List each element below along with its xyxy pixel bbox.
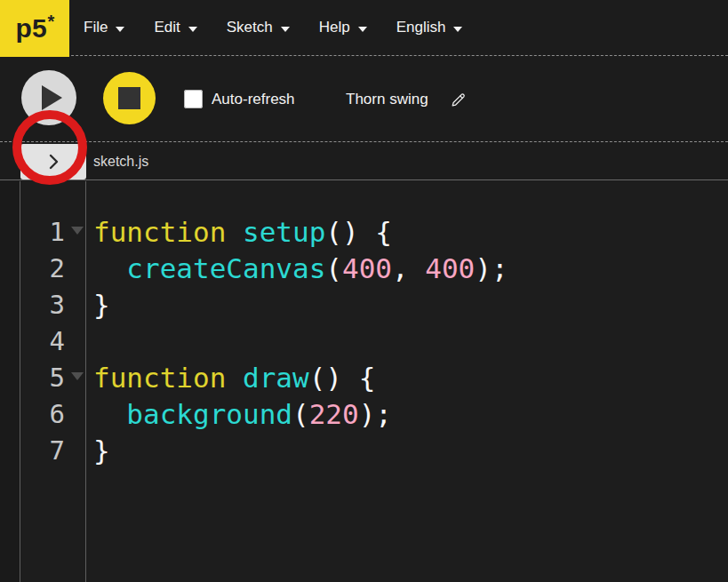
menu-file-label: File (84, 19, 108, 36)
stop-icon (118, 87, 140, 109)
gutter-cell: 3 (0, 287, 86, 323)
auto-refresh-label: Auto-refresh (212, 91, 295, 108)
code-text[interactable] (86, 323, 93, 360)
code-line[interactable]: 7} (0, 433, 728, 469)
rename-project-button[interactable] (449, 92, 467, 109)
line-number: 3 (0, 287, 86, 323)
menubar: File Edit Sketch Help English (69, 0, 492, 55)
menu-edit[interactable]: Edit (154, 19, 196, 36)
p5-logo-text: p5 (16, 13, 47, 44)
tab-bar: sketch.js (0, 143, 728, 180)
code-text[interactable]: function setup() { (86, 214, 392, 251)
chevron-right-icon (43, 151, 64, 172)
chevron-down-icon (116, 27, 124, 32)
fold-arrow-icon[interactable] (71, 372, 84, 380)
fold-arrow-icon[interactable] (71, 227, 84, 235)
tab-sketch-js[interactable]: sketch.js (93, 143, 148, 179)
gutter-cell: 1 (0, 214, 86, 251)
edit-pencil-icon (450, 92, 467, 108)
gutter-cell: 7 (0, 433, 86, 469)
code-line[interactable]: 2 createCanvas(400, 400); (0, 251, 728, 287)
play-button[interactable] (21, 70, 76, 125)
menu-help[interactable]: Help (319, 19, 367, 36)
code-line[interactable]: 1function setup() { (0, 214, 728, 251)
menu-language[interactable]: English (396, 19, 463, 36)
code-text[interactable]: createCanvas(400, 400); (86, 251, 508, 287)
menu-sketch-label: Sketch (227, 19, 273, 36)
code-text[interactable]: } (86, 433, 110, 469)
menu-language-label: English (396, 19, 446, 36)
chevron-down-icon (453, 27, 462, 32)
line-number: 7 (0, 433, 86, 469)
code-lines: 1function setup() {2 createCanvas(400, 4… (0, 214, 728, 469)
gutter-cell: 6 (0, 396, 86, 433)
line-number: 2 (0, 251, 86, 287)
menu-sketch[interactable]: Sketch (227, 19, 290, 36)
unsaved-asterisk: * (48, 12, 55, 32)
menu-edit-label: Edit (154, 19, 180, 36)
menu-file[interactable]: File (84, 19, 124, 36)
code-line[interactable]: 6 background(220); (0, 396, 728, 433)
chevron-down-icon (358, 27, 367, 32)
gutter-cell: 5 (0, 360, 86, 396)
code-text[interactable]: function draw() { (86, 360, 375, 396)
code-editor[interactable]: 1function setup() {2 createCanvas(400, 4… (0, 181, 728, 582)
line-number: 6 (0, 396, 86, 433)
tab-file-name: sketch.js (93, 154, 148, 170)
p5-logo[interactable]: p5* (0, 0, 69, 57)
code-line[interactable]: 3} (0, 287, 728, 323)
gutter-cell: 4 (0, 323, 86, 360)
chevron-down-icon (281, 27, 290, 32)
project-name: Thorn swing (346, 91, 428, 108)
header: p5* File Edit Sketch Help English (0, 0, 728, 56)
code-text[interactable]: } (86, 287, 110, 323)
auto-refresh-checkbox[interactable] (184, 90, 203, 108)
menu-help-label: Help (319, 19, 350, 36)
gutter-cell: 2 (0, 251, 86, 287)
code-text[interactable]: background(220); (86, 396, 392, 433)
stop-button[interactable] (103, 72, 156, 124)
chevron-down-icon (188, 27, 197, 32)
code-line[interactable]: 5function draw() { (0, 360, 728, 396)
toolbar: Auto-refresh Thorn swing (0, 57, 728, 142)
expand-sidebar-button[interactable] (20, 144, 86, 179)
line-number: 4 (0, 323, 86, 360)
play-icon (42, 85, 62, 110)
code-line[interactable]: 4 (0, 323, 728, 360)
